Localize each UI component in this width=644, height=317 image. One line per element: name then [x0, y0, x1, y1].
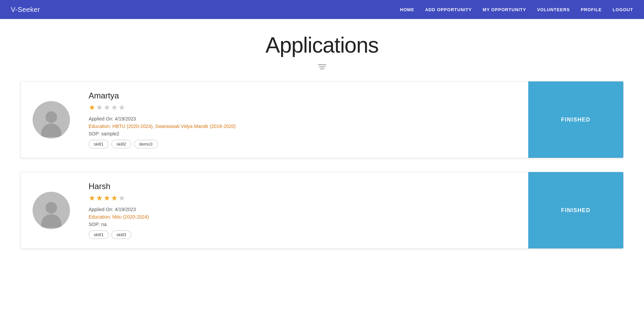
applied-on: Applied On: 4/19/2023	[89, 207, 521, 212]
skills-row: skill1 skill2 demo3	[89, 140, 521, 148]
application-card: Harsh ★ ★ ★ ★ ★ Applied On: 4/19/2023 Ed…	[20, 172, 624, 249]
star-5: ★	[118, 103, 125, 112]
skill-tag: demo3	[134, 140, 158, 148]
applied-on: Applied On: 4/19/2023	[89, 116, 521, 122]
filter-icon[interactable]	[318, 63, 326, 70]
star-2: ★	[96, 103, 103, 112]
profile-link[interactable]: PROFILE	[581, 7, 602, 12]
star-3: ★	[104, 194, 110, 203]
skill-tag: skill1	[89, 230, 109, 239]
status-section[interactable]: FINISHED	[528, 81, 623, 158]
status-label: FINISHED	[561, 117, 591, 123]
add-opportunity-link[interactable]: ADD OPPORTUNITY	[425, 7, 472, 12]
status-label: FINISHED	[561, 207, 591, 213]
avatar	[33, 192, 70, 229]
star-4: ★	[111, 103, 118, 112]
star-2: ★	[96, 194, 103, 203]
skills-row: skill1 skill3	[89, 230, 521, 239]
rating-stars: ★ ★ ★ ★ ★	[89, 103, 521, 112]
status-section[interactable]: FINISHED	[528, 172, 623, 248]
filter-icon-row	[20, 63, 624, 70]
page-title: Applications	[20, 33, 624, 58]
sop: SOP: sample2	[89, 131, 521, 136]
avatar-section	[21, 184, 82, 237]
star-3: ★	[104, 103, 110, 112]
info-section: Amartya ★ ★ ★ ★ ★ Applied On: 4/19/2023 …	[82, 81, 528, 158]
skill-tag: skill1	[89, 140, 109, 148]
education: Education: hbtu (2020-2024)	[89, 214, 521, 220]
skill-tag: skill2	[111, 140, 131, 148]
home-link[interactable]: HOME	[400, 7, 414, 12]
avatar	[33, 101, 70, 138]
nav-links: HOME ADD OPPORTUNITY MY OPPORTUNITY VOLU…	[400, 6, 633, 13]
logout-link[interactable]: LOGOUT	[613, 7, 633, 12]
applicant-name: Harsh	[89, 182, 521, 191]
applicant-name: Amartya	[89, 91, 521, 100]
navbar: V-Seeker HOME ADD OPPORTUNITY MY OPPORTU…	[0, 0, 644, 19]
star-1: ★	[89, 194, 95, 203]
info-section: Harsh ★ ★ ★ ★ ★ Applied On: 4/19/2023 Ed…	[82, 172, 528, 248]
star-5: ★	[118, 194, 125, 203]
application-card: Amartya ★ ★ ★ ★ ★ Applied On: 4/19/2023 …	[20, 81, 624, 158]
volunteers-link[interactable]: VOLUNTEERS	[537, 7, 570, 12]
main-content: Applications Amartya ★ ★ ★ ★ ★	[0, 19, 644, 276]
education: Education: HBTU (2020-2024), Swaraswati …	[89, 124, 521, 129]
avatar-section	[21, 93, 82, 147]
skill-tag: skill3	[111, 230, 131, 239]
my-opportunity-link[interactable]: MY OPPORTUNITY	[483, 7, 526, 12]
star-4: ★	[111, 194, 118, 203]
sop: SOP: na	[89, 222, 521, 227]
brand-logo: V-Seeker	[11, 6, 40, 14]
rating-stars: ★ ★ ★ ★ ★	[89, 194, 521, 203]
star-1: ★	[89, 103, 95, 112]
